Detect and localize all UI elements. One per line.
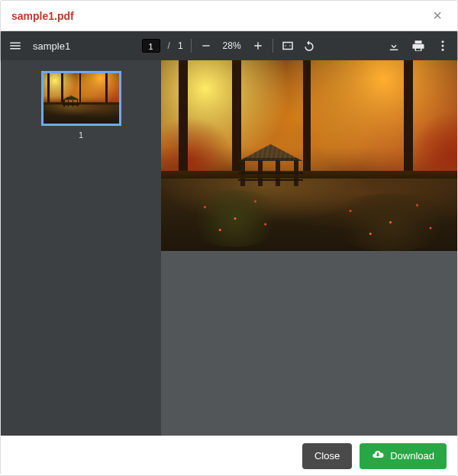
close-button[interactable]: Close <box>302 443 352 469</box>
toolbar-divider <box>191 39 192 53</box>
pdf-viewer: sample1 1 / 1 28% <box>1 31 457 436</box>
svg-point-0 <box>442 40 444 43</box>
download-icon[interactable] <box>387 39 401 53</box>
menu-icon[interactable] <box>8 39 22 53</box>
page-number-input[interactable]: 1 <box>142 39 160 53</box>
document-title: sample1 <box>33 40 70 52</box>
pdf-preview-modal: sample1.pdf × sample1 1 / 1 28% <box>0 0 458 476</box>
viewer-toolbar: sample1 1 / 1 28% <box>1 31 457 60</box>
cloud-download-icon <box>372 449 384 463</box>
zoom-out-icon[interactable] <box>199 39 213 53</box>
viewer-content: 1 <box>1 60 457 436</box>
thumbnail-image[interactable] <box>41 71 121 126</box>
modal-footer: Close Download <box>1 436 457 475</box>
print-icon[interactable] <box>411 39 425 53</box>
zoom-in-icon[interactable] <box>251 39 265 53</box>
thumbnail-page-number: 1 <box>79 130 83 140</box>
thumbnail-sidebar: 1 <box>1 60 161 436</box>
close-icon[interactable]: × <box>428 4 447 27</box>
download-button-label: Download <box>390 450 434 462</box>
fit-to-width-icon[interactable] <box>281 39 295 53</box>
modal-title: sample1.pdf <box>11 10 428 22</box>
svg-point-2 <box>442 49 444 51</box>
download-button[interactable]: Download <box>360 443 447 469</box>
rotate-icon[interactable] <box>302 39 316 53</box>
toolbar-divider <box>273 39 273 53</box>
modal-header: sample1.pdf × <box>1 1 457 31</box>
svg-point-1 <box>442 45 444 47</box>
more-icon[interactable] <box>436 39 450 53</box>
page-image <box>161 60 457 251</box>
zoom-level[interactable]: 28% <box>221 40 244 51</box>
close-button-label: Close <box>314 450 340 462</box>
page-separator: / <box>168 40 170 51</box>
thumbnail-item[interactable]: 1 <box>41 71 121 140</box>
page-canvas-area[interactable] <box>161 60 457 436</box>
page-total: 1 <box>178 40 183 51</box>
